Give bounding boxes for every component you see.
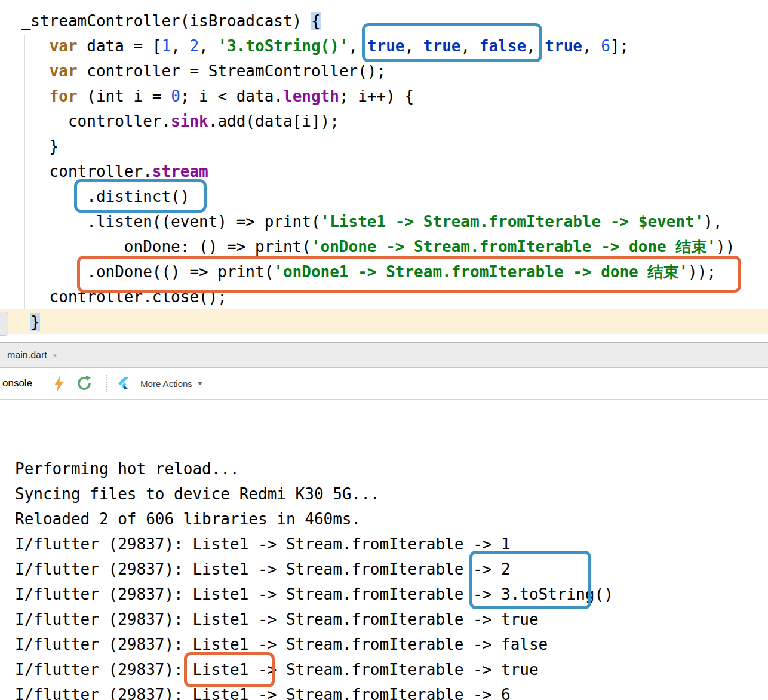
code-line: onDone: () => print('onDone -> Stream.fr… <box>12 234 768 259</box>
tab-main-dart[interactable]: main.dart × <box>0 343 64 367</box>
restart-arrows-icon <box>76 375 93 392</box>
code-line: .listen((event) => print('Liste1 -> Stre… <box>12 209 768 234</box>
run-toolbar: onsole More Actions <box>0 368 768 400</box>
console-line: Reloaded 2 of 606 libraries in 460ms. <box>15 506 768 532</box>
code-lines: _streamController(isBroadcast) { var dat… <box>0 0 768 334</box>
lightning-bolt-icon <box>53 376 65 392</box>
code-line: } <box>0 309 768 334</box>
hot-restart-button[interactable] <box>76 375 93 392</box>
console-lines: Performing hot reload...Syncing files to… <box>15 456 768 700</box>
console-output[interactable]: Performing hot reload...Syncing files to… <box>0 400 768 700</box>
console-line: I/flutter (29837): Liste1 -> Stream.from… <box>15 682 768 700</box>
code-editor[interactable]: _streamController(isBroadcast) { var dat… <box>0 0 768 342</box>
console-panel-tab[interactable]: onsole <box>0 368 41 399</box>
console-line: I/flutter (29837): Liste1 -> Stream.from… <box>15 657 768 682</box>
code-line: var controller = StreamController(); <box>12 59 768 84</box>
code-line: var data = [1, 2, '3.toString()', true, … <box>12 33 768 59</box>
code-line: for (int i = 0; i < data.length; i++) { <box>12 84 768 109</box>
code-line: controller.stream <box>12 159 768 184</box>
code-line: _streamController(isBroadcast) { <box>12 8 768 33</box>
console-line: Syncing files to device Redmi K30 5G... <box>15 481 768 506</box>
code-line: controller.sink.add(data[i]); <box>12 109 768 134</box>
console-line: I/flutter (29837): Liste1 -> Stream.from… <box>15 582 768 607</box>
console-line: I/flutter (29837): Liste1 -> Stream.from… <box>15 532 768 557</box>
tab-label: main.dart <box>7 350 47 361</box>
indent-guide <box>24 35 25 309</box>
console-line: I/flutter (29837): Liste1 -> Stream.from… <box>15 632 768 657</box>
more-actions-label: More Actions <box>140 379 192 389</box>
indent-guide <box>53 118 53 143</box>
chevron-down-icon <box>197 382 203 385</box>
close-icon[interactable]: × <box>53 351 57 360</box>
code-line: } <box>12 134 768 159</box>
flutter-logo-icon <box>116 376 131 391</box>
editor-tab-bar: main.dart × <box>0 342 768 368</box>
console-line: I/flutter (29837): Liste1 -> Stream.from… <box>15 607 768 632</box>
hot-reload-button[interactable] <box>53 376 65 392</box>
code-line: controller.close(); <box>12 284 768 309</box>
toolbar-separator <box>106 375 107 392</box>
flutter-tools-button[interactable] <box>116 376 131 391</box>
fold-marker <box>0 312 8 336</box>
code-line: .distinct() <box>12 184 768 209</box>
code-line: .onDone(() => print('onDone1 -> Stream.f… <box>12 259 768 284</box>
more-actions-button[interactable]: More Actions <box>140 379 203 389</box>
console-line: I/flutter (29837): Liste1 -> Stream.from… <box>15 557 768 582</box>
console-line: Performing hot reload... <box>15 456 768 481</box>
